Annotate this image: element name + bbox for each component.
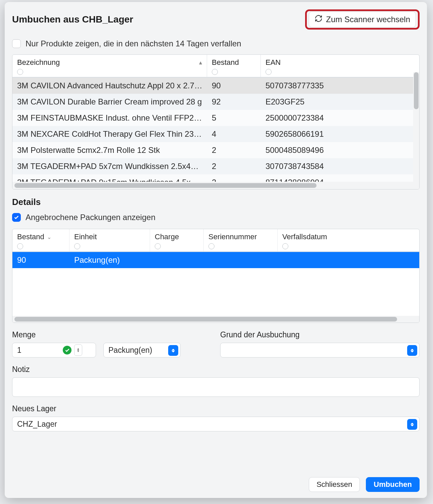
filter-radio[interactable] [266,69,272,75]
cell-ean: 2500000723384 [261,113,419,123]
table-row[interactable]: 3M TEGADERM+PAD 5x7cm Wundkissen 2.5x4cm… [12,158,419,174]
horizontal-scrollbar[interactable] [12,316,419,323]
expiry-filter-label: Nur Produkte zeigen, die in den nächsten… [26,39,241,48]
details-table-body[interactable]: 90 Packung(en) [12,252,419,316]
cell-name: 3M CAVILON Advanced Hautschutz Appl 20 x… [12,81,207,90]
grund-label: Grund der Ausbuchung [220,330,420,339]
cell-name: 3M Polsterwatte 5cmx2.7m Rolle 12 Stk [12,145,207,155]
cell-stock: 2 [207,178,261,182]
col-bestand[interactable]: Bestand [207,55,261,77]
qty-stepper[interactable]: ▲▼ [74,344,82,356]
notiz-field-group: Notiz [12,365,420,397]
chevron-updown-icon [407,419,417,430]
scanner-button-label: Zum Scanner wechseln [326,15,410,24]
cell-name: 3M TEGADERM+PAD 9x15cm Wundkissen 4.5x10… [12,178,207,182]
lager-label: Neues Lager [12,404,420,413]
check-icon [63,346,71,354]
unit-select[interactable]: Packung(en) [103,343,181,358]
table-row[interactable]: 3M CAVILON Advanced Hautschutz Appl 20 x… [12,78,419,94]
grund-select[interactable] [220,343,420,358]
refresh-icon [315,14,323,25]
horizontal-scrollbar[interactable] [12,182,419,189]
table-row[interactable]: 3M NEXCARE ColdHot Therapy Gel Flex Thin… [12,126,419,142]
grund-field-group: Grund der Ausbuchung [220,330,420,358]
close-button[interactable]: Schliessen [309,477,360,492]
filter-radio[interactable] [74,243,80,249]
table-row[interactable]: 3M FEINSTAUBMASKE Indust. ohne Ventil FF… [12,110,419,126]
table-row[interactable]: 3M CAVILON Durable Barrier Cream improve… [12,94,419,110]
lager-field-group: Neues Lager CHZ_Lager [12,404,420,431]
cell-ean: 5000485089496 [261,145,419,155]
dcol-exp[interactable]: Verfallsdatum [278,229,419,251]
cell-ean: 5902658066191 [261,129,419,139]
cell-ean: 8711428086904 [261,178,419,182]
lager-select[interactable]: CHZ_Lager [12,417,420,431]
table-row[interactable]: 3M Polsterwatte 5cmx2.7m Rolle 12 Stk250… [12,142,419,158]
cell-ean: 5070738777335 [261,81,419,90]
cell-name: 3M CAVILON Durable Barrier Cream improve… [12,97,207,107]
opened-packages-checkbox[interactable] [12,213,21,222]
dcol-bestand[interactable]: Bestand ⌄ [12,229,69,251]
dcol-einheit[interactable]: Einheit [69,229,150,251]
product-table-body[interactable]: 3M CAVILON Advanced Hautschutz Appl 20 x… [12,78,419,182]
umbuchen-button[interactable]: Umbuchen [366,477,420,492]
menge-field-group: Menge 1 ▲▼ Packung(en) [12,330,211,358]
filter-radio[interactable] [282,243,288,249]
sort-icon: ⌄ [47,234,51,240]
product-table: Bezeichnung ▴ Bestand EAN 3M CAVILON Adv… [12,54,420,190]
col-bezeichnung[interactable]: Bezeichnung ▴ [12,55,207,77]
details-row[interactable]: 90 Packung(en) [12,252,419,268]
table-row[interactable]: 3M TEGADERM+PAD 9x15cm Wundkissen 4.5x10… [12,174,419,182]
cell-stock: 2 [207,162,261,171]
filter-radio[interactable] [17,69,23,75]
notiz-input[interactable] [12,377,420,397]
opened-packages-label: Angebrochene Packungen anzeigen [26,213,155,222]
cell-stock: 90 [207,81,261,90]
filter-radio[interactable] [155,243,161,249]
modal-title: Umbuchen aus CHB_Lager [12,14,133,25]
chevron-updown-icon [168,345,178,356]
cell-name: 3M TEGADERM+PAD 5x7cm Wundkissen 2.5x4cm… [12,162,207,171]
details-table: Bestand ⌄ Einheit Charge Seriennummer Ve… [12,229,420,323]
sort-asc-icon: ▴ [199,59,202,66]
cell-name: 3M NEXCARE ColdHot Therapy Gel Flex Thin… [12,129,207,139]
expiry-filter-checkbox[interactable] [12,39,21,48]
menge-input[interactable]: 1 ▲▼ [12,343,96,358]
cell-stock: 2 [207,145,261,155]
scanner-highlight: Zum Scanner wechseln [305,9,420,30]
notiz-label: Notiz [12,365,420,374]
dcol-charge[interactable]: Charge [150,229,204,251]
dcol-serial[interactable]: Seriennummer [204,229,278,251]
chevron-updown-icon [407,345,417,356]
vertical-scrollbar[interactable] [413,72,419,182]
switch-to-scanner-button[interactable]: Zum Scanner wechseln [309,11,416,28]
details-heading: Details [12,197,420,207]
filter-radio[interactable] [212,69,218,75]
cell-name: 3M FEINSTAUBMASKE Indust. ohne Ventil FF… [12,113,207,123]
rebook-modal: Umbuchen aus CHB_Lager Zum Scanner wechs… [5,2,427,498]
cell-stock: 5 [207,113,261,123]
cell-stock: 4 [207,129,261,139]
cell-ean: 3070738743584 [261,162,419,171]
filter-radio[interactable] [17,243,23,249]
cell-ean: E203GF25 [261,97,419,107]
cell-stock: 92 [207,97,261,107]
product-table-header: Bezeichnung ▴ Bestand EAN [12,55,419,78]
filter-radio[interactable] [208,243,214,249]
menge-label: Menge [12,330,211,339]
col-ean[interactable]: EAN [261,55,419,77]
